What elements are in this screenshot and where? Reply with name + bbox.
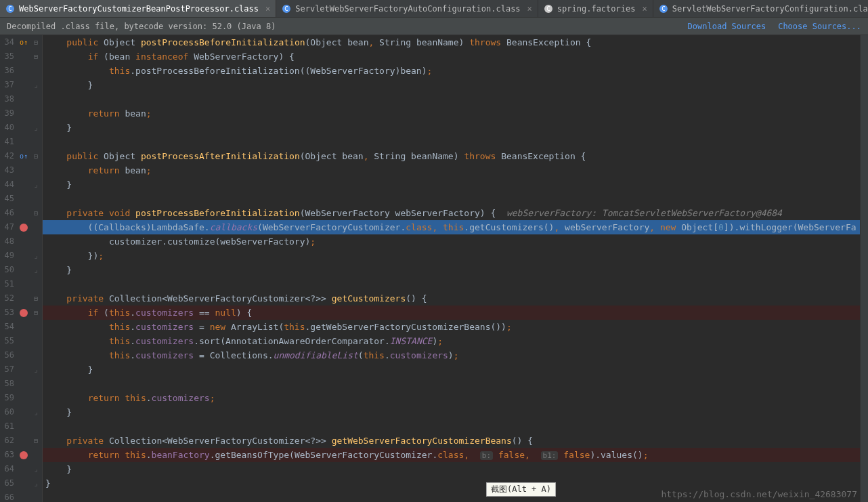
code-line[interactable]: return this.customizers; bbox=[43, 391, 860, 405]
fold-toggle[interactable]: ⌟ bbox=[30, 263, 42, 277]
fold-toggle[interactable]: ⌟ bbox=[30, 476, 42, 490]
editor-tab[interactable]: CServletWebServerFactoryAutoConfiguratio… bbox=[276, 0, 538, 17]
code-line[interactable]: if (bean instanceof WebServerFactory) { bbox=[43, 49, 860, 64]
gutter-mark[interactable] bbox=[18, 448, 30, 462]
breakpoint-icon[interactable] bbox=[20, 309, 28, 317]
fold-toggle[interactable]: ⊟ bbox=[30, 149, 42, 163]
fold-toggle[interactable] bbox=[30, 334, 42, 348]
code-line[interactable]: } bbox=[43, 177, 860, 192]
code-line[interactable]: if (this.customizers == null) { bbox=[43, 306, 860, 320]
breakpoint-icon[interactable] bbox=[20, 224, 28, 232]
fold-toggle[interactable]: ⊟ bbox=[30, 206, 42, 220]
fold-toggle[interactable] bbox=[30, 277, 42, 291]
fold-toggle[interactable]: ⊟ bbox=[30, 291, 42, 306]
fold-toggle[interactable]: ⌟ bbox=[30, 405, 42, 419]
code-line[interactable]: public Object postProcessAfterInitializa… bbox=[43, 149, 860, 163]
fold-toggle[interactable]: ⊟ bbox=[30, 306, 42, 320]
gutter-mark[interactable] bbox=[18, 92, 30, 106]
gutter-mark[interactable] bbox=[18, 234, 30, 249]
fold-toggle[interactable]: ⌟ bbox=[30, 78, 42, 92]
code-line[interactable]: this.customizers = new ArrayList(this.ge… bbox=[43, 320, 860, 334]
gutter-mark[interactable] bbox=[18, 291, 30, 306]
vertical-scrollbar[interactable] bbox=[860, 35, 868, 502]
fold-toggle[interactable] bbox=[30, 348, 42, 362]
gutter-mark[interactable] bbox=[18, 462, 30, 476]
fold-toggle[interactable]: ⊟ bbox=[30, 35, 42, 49]
fold-toggle[interactable]: ⌟ bbox=[30, 249, 42, 263]
code-line[interactable]: } bbox=[43, 405, 860, 419]
close-icon[interactable]: × bbox=[265, 4, 270, 14]
gutter-mark[interactable] bbox=[18, 177, 30, 192]
fold-toggle[interactable] bbox=[30, 234, 42, 249]
code-line[interactable]: customizer.customize(webServerFactory); bbox=[43, 234, 860, 249]
gutter-mark[interactable] bbox=[18, 106, 30, 121]
code-line[interactable] bbox=[43, 135, 860, 149]
fold-toggle[interactable] bbox=[30, 391, 42, 405]
download-sources-link[interactable]: Download Sources bbox=[688, 22, 766, 31]
fold-toggle[interactable] bbox=[30, 192, 42, 206]
gutter-mark[interactable] bbox=[18, 348, 30, 362]
gutter-mark[interactable]: o↑ bbox=[18, 149, 30, 163]
choose-sources-link[interactable]: Choose Sources... bbox=[778, 22, 861, 31]
code-line[interactable]: } bbox=[43, 462, 860, 476]
gutter-mark[interactable]: o↑ bbox=[18, 35, 30, 49]
gutter-mark[interactable] bbox=[18, 249, 30, 263]
code-line[interactable]: } bbox=[43, 121, 860, 135]
code-line[interactable]: } bbox=[43, 476, 860, 490]
gutter-mark[interactable] bbox=[18, 377, 30, 391]
gutter-mark[interactable] bbox=[18, 391, 30, 405]
code-line[interactable]: private Collection<WebServerFactoryCusto… bbox=[43, 291, 860, 306]
gutter-mark[interactable] bbox=[18, 163, 30, 177]
code-line[interactable]: private void postProcessBeforeInitializa… bbox=[43, 206, 860, 220]
code-line[interactable]: }); bbox=[43, 249, 860, 263]
fold-toggle[interactable] bbox=[30, 92, 42, 106]
fold-toggle[interactable]: ⌟ bbox=[30, 177, 42, 192]
fold-toggle[interactable]: ⊟ bbox=[30, 434, 42, 448]
code-line[interactable] bbox=[43, 92, 860, 106]
fold-toggle[interactable] bbox=[30, 377, 42, 391]
fold-toggle[interactable] bbox=[30, 448, 42, 462]
code-line[interactable]: return this.beanFactory.getBeansOfType(W… bbox=[43, 448, 860, 462]
code-line[interactable]: public Object postProcessBeforeInitializ… bbox=[43, 35, 860, 49]
fold-toggle[interactable]: ⌟ bbox=[30, 462, 42, 476]
override-up-icon[interactable]: o↑ bbox=[20, 39, 28, 46]
gutter-mark[interactable] bbox=[18, 263, 30, 277]
gutter-mark[interactable] bbox=[18, 78, 30, 92]
code-line[interactable] bbox=[43, 192, 860, 206]
breakpoint-icon[interactable] bbox=[20, 451, 28, 459]
editor-tab[interactable]: Cspring.factories× bbox=[538, 0, 653, 17]
code-line[interactable]: private Collection<WebServerFactoryCusto… bbox=[43, 434, 860, 448]
code-line[interactable]: this.customizers = Collections.unmodifia… bbox=[43, 348, 860, 362]
editor-tab[interactable]: CServletWebServerFactoryConfiguration.cl… bbox=[653, 0, 868, 17]
gutter-mark[interactable] bbox=[18, 334, 30, 348]
gutter-mark[interactable] bbox=[18, 476, 30, 490]
code-line[interactable]: this.postProcessBeforeInitialization((We… bbox=[43, 64, 860, 78]
gutter-mark[interactable] bbox=[18, 419, 30, 434]
code-line[interactable]: return bean; bbox=[43, 163, 860, 177]
gutter-mark[interactable] bbox=[18, 135, 30, 149]
gutter-mark[interactable] bbox=[18, 434, 30, 448]
fold-toggle[interactable]: ⌟ bbox=[30, 362, 42, 377]
code-line[interactable]: } bbox=[43, 78, 860, 92]
gutter-mark[interactable] bbox=[18, 490, 30, 502]
fold-toggle[interactable] bbox=[30, 220, 42, 234]
gutter-mark[interactable] bbox=[18, 306, 30, 320]
code-area[interactable]: public Object postProcessBeforeInitializ… bbox=[43, 35, 860, 502]
fold-toggle[interactable]: ⊟ bbox=[30, 49, 42, 64]
fold-toggle[interactable] bbox=[30, 106, 42, 121]
fold-toggle[interactable] bbox=[30, 64, 42, 78]
fold-toggle[interactable]: ⌟ bbox=[30, 121, 42, 135]
fold-toggle[interactable] bbox=[30, 163, 42, 177]
fold-toggle[interactable] bbox=[30, 135, 42, 149]
gutter-mark[interactable] bbox=[18, 277, 30, 291]
gutter-mark[interactable] bbox=[18, 220, 30, 234]
code-line[interactable] bbox=[43, 419, 860, 434]
gutter-mark[interactable] bbox=[18, 320, 30, 334]
fold-toggle[interactable] bbox=[30, 490, 42, 502]
gutter-mark[interactable] bbox=[18, 405, 30, 419]
code-line[interactable] bbox=[43, 277, 860, 291]
gutter-mark[interactable] bbox=[18, 64, 30, 78]
gutter-mark[interactable] bbox=[18, 362, 30, 377]
gutter-mark[interactable] bbox=[18, 206, 30, 220]
fold-toggle[interactable] bbox=[30, 419, 42, 434]
